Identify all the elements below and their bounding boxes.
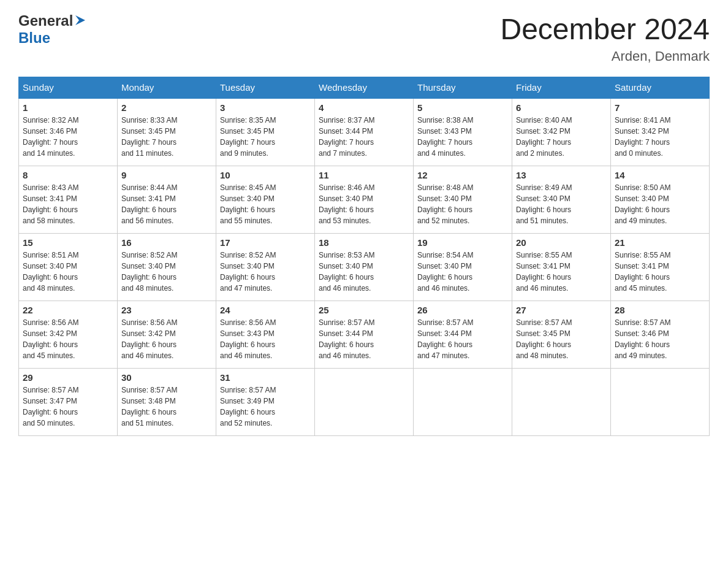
calendar-day-7: 7Sunrise: 8:41 AMSunset: 3:42 PMDaylight… [611, 98, 710, 166]
day-number: 19 [417, 237, 508, 248]
day-info: Sunrise: 8:33 AMSunset: 3:45 PMDaylight:… [121, 115, 212, 159]
day-number: 21 [615, 237, 705, 248]
day-info: Sunrise: 8:57 AMSunset: 3:44 PMDaylight:… [417, 317, 508, 361]
calendar-day-24: 24Sunrise: 8:56 AMSunset: 3:43 PMDayligh… [216, 301, 315, 368]
weekday-header-monday: Monday [118, 77, 216, 99]
day-info: Sunrise: 8:53 AMSunset: 3:40 PMDaylight:… [319, 250, 409, 294]
day-number: 30 [121, 372, 212, 383]
day-info: Sunrise: 8:55 AMSunset: 3:41 PMDaylight:… [615, 250, 705, 294]
calendar-day-1: 1Sunrise: 8:32 AMSunset: 3:46 PMDaylight… [19, 98, 118, 166]
day-number: 16 [121, 237, 212, 248]
calendar-day-14: 14Sunrise: 8:50 AMSunset: 3:40 PMDayligh… [611, 166, 710, 233]
page-header: General Blue December 2024 Arden, Denmar… [18, 12, 710, 64]
logo-blue-text: Blue [18, 29, 50, 46]
calendar-day-20: 20Sunrise: 8:55 AMSunset: 3:41 PMDayligh… [512, 233, 611, 301]
calendar-day-23: 23Sunrise: 8:56 AMSunset: 3:42 PMDayligh… [118, 301, 216, 368]
calendar-day-25: 25Sunrise: 8:57 AMSunset: 3:44 PMDayligh… [315, 301, 414, 368]
calendar-day-22: 22Sunrise: 8:56 AMSunset: 3:42 PMDayligh… [19, 301, 118, 368]
day-info: Sunrise: 8:35 AMSunset: 3:45 PMDaylight:… [220, 115, 311, 159]
weekday-header-saturday: Saturday [611, 77, 710, 99]
calendar-empty-cell [611, 368, 710, 435]
weekday-header-tuesday: Tuesday [216, 77, 315, 99]
calendar-empty-cell [414, 368, 512, 435]
calendar-header: SundayMondayTuesdayWednesdayThursdayFrid… [19, 77, 710, 99]
calendar-body: 1Sunrise: 8:32 AMSunset: 3:46 PMDaylight… [19, 98, 710, 435]
calendar-empty-cell [315, 368, 414, 435]
day-info: Sunrise: 8:43 AMSunset: 3:41 PMDaylight:… [23, 182, 113, 226]
calendar-day-31: 31Sunrise: 8:57 AMSunset: 3:49 PMDayligh… [216, 368, 315, 435]
day-info: Sunrise: 8:32 AMSunset: 3:46 PMDaylight:… [23, 115, 113, 159]
day-number: 11 [319, 170, 409, 180]
calendar-empty-cell [512, 368, 611, 435]
day-info: Sunrise: 8:52 AMSunset: 3:40 PMDaylight:… [220, 250, 311, 294]
calendar-week-row: 29Sunrise: 8:57 AMSunset: 3:47 PMDayligh… [19, 368, 710, 435]
calendar-day-21: 21Sunrise: 8:55 AMSunset: 3:41 PMDayligh… [611, 233, 710, 301]
day-info: Sunrise: 8:48 AMSunset: 3:40 PMDaylight:… [417, 182, 508, 226]
calendar-day-18: 18Sunrise: 8:53 AMSunset: 3:40 PMDayligh… [315, 233, 414, 301]
day-number: 12 [417, 170, 508, 180]
day-info: Sunrise: 8:56 AMSunset: 3:42 PMDaylight:… [121, 317, 212, 361]
day-number: 9 [121, 170, 212, 180]
day-number: 13 [516, 170, 607, 180]
calendar-day-30: 30Sunrise: 8:57 AMSunset: 3:48 PMDayligh… [118, 368, 216, 435]
day-info: Sunrise: 8:56 AMSunset: 3:42 PMDaylight:… [23, 317, 113, 361]
day-info: Sunrise: 8:57 AMSunset: 3:49 PMDaylight:… [220, 385, 311, 429]
day-number: 8 [23, 170, 113, 180]
weekday-header-wednesday: Wednesday [315, 77, 414, 99]
day-info: Sunrise: 8:41 AMSunset: 3:42 PMDaylight:… [615, 115, 705, 159]
page-title: December 2024 [500, 12, 710, 46]
day-number: 22 [23, 305, 113, 315]
day-number: 27 [516, 305, 607, 315]
calendar-week-row: 1Sunrise: 8:32 AMSunset: 3:46 PMDaylight… [19, 98, 710, 166]
calendar-day-17: 17Sunrise: 8:52 AMSunset: 3:40 PMDayligh… [216, 233, 315, 301]
day-number: 5 [417, 102, 508, 113]
day-number: 2 [121, 102, 212, 113]
day-number: 6 [516, 102, 607, 113]
calendar-day-3: 3Sunrise: 8:35 AMSunset: 3:45 PMDaylight… [216, 98, 315, 166]
day-info: Sunrise: 8:57 AMSunset: 3:44 PMDaylight:… [319, 317, 409, 361]
day-number: 23 [121, 305, 212, 315]
svg-marker-0 [75, 15, 85, 25]
day-info: Sunrise: 8:56 AMSunset: 3:43 PMDaylight:… [220, 317, 311, 361]
calendar-day-10: 10Sunrise: 8:45 AMSunset: 3:40 PMDayligh… [216, 166, 315, 233]
day-number: 29 [23, 372, 113, 383]
logo-general-text: General [18, 12, 73, 29]
day-number: 25 [319, 305, 409, 315]
day-number: 31 [220, 372, 311, 383]
calendar-day-8: 8Sunrise: 8:43 AMSunset: 3:41 PMDaylight… [19, 166, 118, 233]
calendar-day-13: 13Sunrise: 8:49 AMSunset: 3:40 PMDayligh… [512, 166, 611, 233]
weekday-header-friday: Friday [512, 77, 611, 99]
weekday-header-row: SundayMondayTuesdayWednesdayThursdayFrid… [19, 77, 710, 99]
day-info: Sunrise: 8:57 AMSunset: 3:47 PMDaylight:… [23, 385, 113, 429]
calendar-day-28: 28Sunrise: 8:57 AMSunset: 3:46 PMDayligh… [611, 301, 710, 368]
day-number: 20 [516, 237, 607, 248]
day-number: 3 [220, 102, 311, 113]
logo: General Blue [18, 12, 86, 47]
calendar-day-27: 27Sunrise: 8:57 AMSunset: 3:45 PMDayligh… [512, 301, 611, 368]
page-subtitle: Arden, Denmark [500, 48, 710, 64]
calendar-day-26: 26Sunrise: 8:57 AMSunset: 3:44 PMDayligh… [414, 301, 512, 368]
day-info: Sunrise: 8:51 AMSunset: 3:40 PMDaylight:… [23, 250, 113, 294]
day-number: 14 [615, 170, 705, 180]
day-info: Sunrise: 8:46 AMSunset: 3:40 PMDaylight:… [319, 182, 409, 226]
day-number: 1 [23, 102, 113, 113]
day-info: Sunrise: 8:57 AMSunset: 3:48 PMDaylight:… [121, 385, 212, 429]
day-number: 15 [23, 237, 113, 248]
day-number: 26 [417, 305, 508, 315]
weekday-header-thursday: Thursday [414, 77, 512, 99]
calendar-week-row: 22Sunrise: 8:56 AMSunset: 3:42 PMDayligh… [19, 301, 710, 368]
calendar-day-12: 12Sunrise: 8:48 AMSunset: 3:40 PMDayligh… [414, 166, 512, 233]
day-number: 10 [220, 170, 311, 180]
calendar-week-row: 15Sunrise: 8:51 AMSunset: 3:40 PMDayligh… [19, 233, 710, 301]
day-info: Sunrise: 8:37 AMSunset: 3:44 PMDaylight:… [319, 115, 409, 159]
day-number: 17 [220, 237, 311, 248]
calendar-day-9: 9Sunrise: 8:44 AMSunset: 3:41 PMDaylight… [118, 166, 216, 233]
calendar-week-row: 8Sunrise: 8:43 AMSunset: 3:41 PMDaylight… [19, 166, 710, 233]
logo-arrow-icon [74, 14, 86, 29]
day-info: Sunrise: 8:57 AMSunset: 3:46 PMDaylight:… [615, 317, 705, 361]
day-number: 24 [220, 305, 311, 315]
day-number: 28 [615, 305, 705, 315]
day-info: Sunrise: 8:38 AMSunset: 3:43 PMDaylight:… [417, 115, 508, 159]
day-info: Sunrise: 8:44 AMSunset: 3:41 PMDaylight:… [121, 182, 212, 226]
title-block: December 2024 Arden, Denmark [500, 12, 710, 64]
